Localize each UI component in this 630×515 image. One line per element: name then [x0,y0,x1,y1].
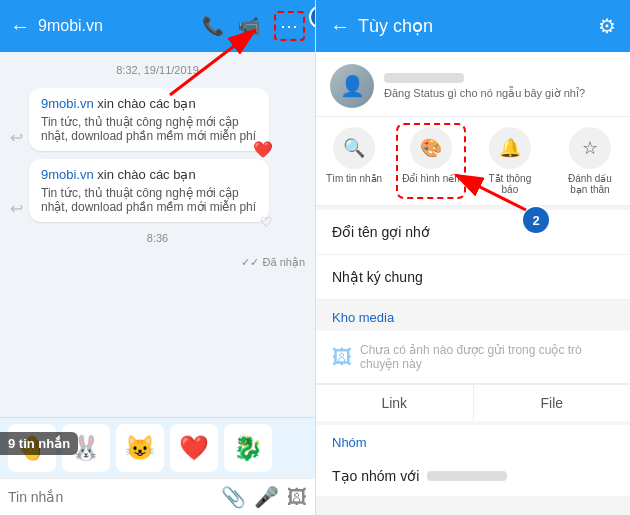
group-create-text: Tạo nhóm với [332,468,419,484]
right-title: Tùy chọn [358,15,590,37]
gear-icon[interactable]: ⚙ [598,14,616,38]
msg-link-1[interactable]: 9mobi.vn [41,96,94,111]
media-empty-text: Chưa có ảnh nào được gửi trong cuộc trò … [360,343,614,371]
video-icon[interactable]: 📹 [238,15,260,37]
action-wallpaper[interactable]: 🎨 Đổi hình nền [402,127,460,195]
watermark: 9 tin nhắn [0,432,78,455]
sticker-3[interactable]: 😺 [116,424,164,472]
chat-area: 8:32, 19/11/2019 ↩ 9mobi.vn xin chào các… [0,52,315,417]
action-mute[interactable]: 🔔 Tắt thông báo [480,127,540,195]
microphone-icon[interactable]: 🎤 [254,485,279,509]
avatar: 👤 [330,64,374,108]
message-bubble-1: 9mobi.vn xin chào các bạn Tin tức, thủ t… [29,88,269,151]
message-row-1: ↩ 9mobi.vn xin chào các bạn Tin tức, thủ… [10,88,305,151]
like-reaction-2[interactable]: ♡ [260,214,273,230]
media-tabs: Link File [316,384,630,421]
menu-diary[interactable]: Nhật ký chung [316,255,630,300]
message-row-2: ↩ 9mobi.vn xin chào các bạn Tin tức, thủ… [10,159,305,222]
menu-rename[interactable]: Đổi tên gợi nhớ [316,210,630,255]
media-section: 🖼 Chưa có ảnh nào được gửi trong cuộc tr… [316,331,630,384]
received-label: ✓✓ Đã nhận [10,256,305,269]
mute-action-label: Tắt thông báo [480,173,540,195]
message-input[interactable] [8,489,213,505]
menu-items: Đổi tên gợi nhớ Nhật ký chung [316,210,630,300]
back-button[interactable]: ← [10,15,30,38]
left-header: ← 9mobi.vn 📞 📹 ⋯ 1 [0,0,315,52]
msg-link-text-2: xin chào các bạn [94,167,196,182]
timestamp-2: 8:36 [10,232,305,244]
right-back-button[interactable]: ← [330,15,350,38]
favorite-action-label: Đánh dấu bạn thân [560,173,620,195]
reply-icon-1[interactable]: ↩ [10,128,23,147]
media-section-title: Kho media [316,300,630,331]
msg-link-2[interactable]: 9mobi.vn [41,167,94,182]
profile-name-placeholder [384,73,464,83]
wallpaper-action-icon: 🎨 [410,127,452,169]
group-title: Nhóm [316,425,630,456]
right-header: ← Tùy chọn ⚙ [316,0,630,52]
group-section: Nhóm Tạo nhóm với [316,425,630,496]
input-bar: 📎 🎤 🖼 [0,478,315,515]
msg-body-1: Tin tức, thủ thuật công nghệ mới cập nhậ… [41,115,257,143]
profile-section: 👤 Đăng Status gì cho nó ngẫu bây giờ nhỉ… [316,52,630,117]
msg-body-2: Tin tức, thủ thuật công nghệ mới cập nhậ… [41,186,257,214]
more-icon: ⋯ [280,16,299,36]
action-favorite[interactable]: ☆ Đánh dấu bạn thân [560,127,620,195]
search-action-icon: 🔍 [333,127,375,169]
media-placeholder-icon: 🖼 [332,346,352,369]
quick-actions: 🔍 Tìm tin nhắn 🎨 Đổi hình nền 🔔 Tắt thôn… [316,117,630,206]
tab-file[interactable]: File [474,385,631,421]
action-search[interactable]: 🔍 Tìm tin nhắn [326,127,382,195]
search-action-label: Tìm tin nhắn [326,173,382,184]
chat-title: 9mobi.vn [38,17,194,35]
phone-icon[interactable]: 📞 [202,15,224,37]
group-name-placeholder [427,471,507,481]
mute-action-icon: 🔔 [489,127,531,169]
timestamp-1: 8:32, 19/11/2019 [10,64,305,76]
wallpaper-action-label: Đổi hình nền [402,173,460,184]
media-empty-state: 🖼 Chưa có ảnh nào được gửi trong cuộc tr… [332,343,614,371]
heart-reaction-1[interactable]: ❤️ [253,140,273,159]
reply-icon-2[interactable]: ↩ [10,199,23,218]
attachment-icon[interactable]: 📎 [221,485,246,509]
tab-link[interactable]: Link [316,385,474,421]
more-options-button[interactable]: ⋯ 1 [274,11,305,41]
profile-info: Đăng Status gì cho nó ngẫu bây giờ nhỉ? [384,73,616,100]
sticker-4[interactable]: ❤️ [170,424,218,472]
message-bubble-2: 9mobi.vn xin chào các bạn Tin tức, thủ t… [29,159,269,222]
group-create-item[interactable]: Tạo nhóm với [316,456,630,496]
profile-status: Đăng Status gì cho nó ngẫu bây giờ nhỉ? [384,87,616,100]
image-icon[interactable]: 🖼 [287,486,307,509]
msg-link-text-1: xin chào các bạn [94,96,196,111]
sticker-5[interactable]: 🐉 [224,424,272,472]
favorite-action-icon: ☆ [569,127,611,169]
